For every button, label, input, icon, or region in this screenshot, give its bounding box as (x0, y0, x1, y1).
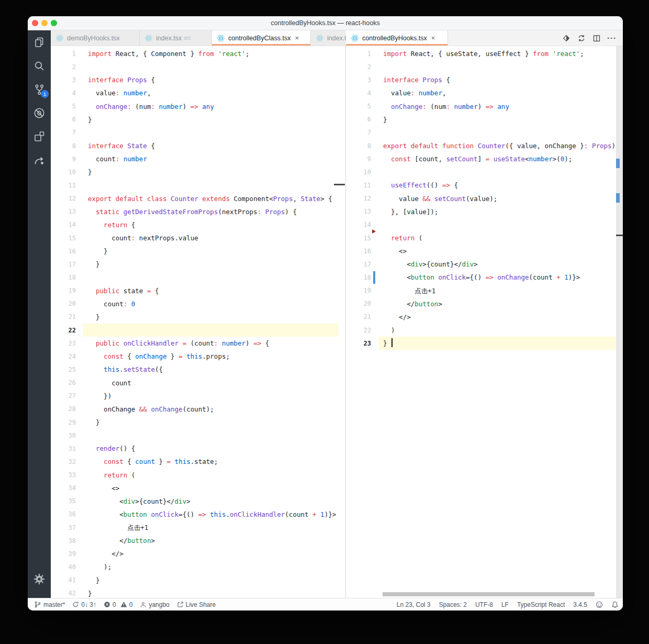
tab-controlledbyclass[interactable]: controlledByClass.tsx × (212, 30, 311, 46)
extensions-icon[interactable] (28, 125, 51, 148)
tab-demobyhooks[interactable]: demoByHooks.tsx (51, 30, 140, 46)
code-line[interactable]: 8export default function Counter({ value… (346, 139, 623, 152)
code-line[interactable]: 17 } (51, 258, 345, 271)
language-mode[interactable]: TypeScript React (517, 601, 565, 608)
code-line[interactable]: 34 <> (51, 482, 345, 495)
code-line[interactable]: 3interface Props { (346, 73, 623, 86)
code-line[interactable]: 22 ) (346, 324, 623, 337)
code-line[interactable]: 39 </> (51, 547, 345, 560)
code-line[interactable]: 42} (51, 587, 345, 598)
code-line[interactable]: 11 useEffect(() => { (346, 179, 623, 192)
tab-close-icon[interactable]: × (295, 34, 299, 42)
code-line[interactable]: 23} (346, 337, 623, 350)
code-line[interactable]: 40 ); (51, 560, 345, 573)
code-line[interactable]: 20 </button> (346, 297, 623, 310)
code-line[interactable]: 22 (51, 324, 345, 337)
code-line[interactable]: 19 点击+1 (346, 284, 623, 297)
encoding[interactable]: UTF-8 (475, 601, 493, 608)
more-actions-icon[interactable]: ··· (606, 32, 618, 44)
code-line[interactable]: 10} (51, 165, 345, 179)
code-line[interactable]: 4 value: number, (51, 86, 345, 99)
code-line[interactable]: 7 (51, 126, 345, 139)
live-share-status[interactable]: Live Share (177, 601, 216, 608)
share-icon[interactable] (28, 148, 51, 172)
code-line[interactable]: 16 <> (346, 245, 623, 258)
code-line[interactable]: 2 (346, 60, 623, 73)
code-line[interactable]: 28 onChange && onChange(count); (51, 403, 345, 416)
sync-icon[interactable] (576, 32, 587, 44)
code-line[interactable]: 9 count: number (51, 152, 345, 165)
code-line[interactable]: 41 } (51, 574, 345, 587)
code-line[interactable]: 1import React, { useState, useEffect } f… (346, 47, 623, 60)
close-window-button[interactable] (32, 20, 38, 26)
minimize-window-button[interactable] (41, 20, 48, 26)
code-line[interactable]: 18 (51, 271, 345, 284)
ts-version[interactable]: 3.4.5 (573, 601, 587, 608)
code-line[interactable]: 13 static getDerivedStateFromProps(nextP… (51, 205, 345, 218)
notifications-bell-icon[interactable] (611, 601, 619, 608)
code-line[interactable]: 35 <div>{count}</div> (51, 495, 345, 508)
code-line[interactable]: 4 value: number, (346, 86, 623, 99)
search-icon[interactable] (28, 54, 51, 77)
explorer-icon[interactable] (28, 30, 51, 54)
code-line[interactable]: 27 }) (51, 390, 345, 403)
code-line[interactable]: 12 value && setCount(value); (346, 192, 623, 205)
tab-controlledbyhooks[interactable]: controlledByHooks.tsx × (346, 30, 448, 46)
code-line[interactable]: 3interface Props { (51, 73, 345, 86)
code-line[interactable]: 32 const { count } = this.state; (51, 455, 345, 468)
code-line[interactable]: 30 (51, 429, 345, 442)
code-line[interactable]: 18 <button onClick={() => onChange(count… (346, 271, 623, 284)
code-line[interactable]: 38 </button> (51, 534, 345, 547)
code-line[interactable]: 13 }, [value]); (346, 205, 623, 218)
code-line[interactable]: 15 return ( (346, 231, 623, 245)
source-control-icon[interactable]: 1 (28, 77, 51, 101)
code-line[interactable]: 6} (51, 113, 345, 126)
git-branch-status[interactable]: master* (34, 601, 65, 608)
gear-icon[interactable] (28, 567, 51, 591)
code-line[interactable]: 15 count: nextProps.value (51, 231, 345, 245)
code-line[interactable]: 29 } (51, 416, 345, 429)
split-editor-icon[interactable] (591, 32, 602, 44)
editor-right[interactable]: 1import React, { useState, useEffect } f… (345, 46, 623, 598)
code-line[interactable]: 25 this.setState({ (51, 363, 345, 376)
overview-ruler[interactable] (616, 46, 623, 598)
code-line[interactable]: 23 public onClickHandler = (count: numbe… (51, 337, 345, 350)
code-line[interactable]: 14 return { (51, 218, 345, 231)
code-line[interactable]: 6} (346, 113, 623, 126)
eol[interactable]: LF (501, 601, 509, 608)
code-line[interactable]: 31 render() { (51, 442, 345, 455)
tab-index-src[interactable]: index.tsx src (140, 30, 212, 46)
account-status[interactable]: yangbo (140, 601, 169, 608)
code-line[interactable]: 7 (346, 126, 623, 139)
code-line[interactable]: 36 <button onClick={() => this.onClickHa… (51, 508, 345, 521)
horizontal-scrollbar[interactable] (383, 592, 595, 596)
feedback-smiley-icon[interactable] (596, 601, 603, 608)
cursor-position[interactable]: Ln 23, Col 3 (397, 601, 431, 608)
open-changes-icon[interactable] (561, 32, 572, 44)
code-line[interactable]: 17 <div>{count}</div> (346, 258, 623, 271)
code-line[interactable]: 11 (51, 179, 345, 192)
indentation[interactable]: Spaces: 2 (439, 601, 467, 608)
code-line[interactable]: 26 count (51, 376, 345, 390)
code-line[interactable]: 9 const [count, setCount] = useState<num… (346, 152, 623, 165)
code-line[interactable]: 37 点击+1 (51, 521, 345, 534)
code-line[interactable]: 10 (346, 165, 623, 179)
code-line[interactable]: 12export default class Counter extends C… (51, 192, 345, 205)
code-line[interactable]: 8interface State { (51, 139, 345, 152)
code-line[interactable]: 21 } (51, 310, 345, 324)
code-line[interactable]: 2 (51, 60, 345, 73)
code-line[interactable]: 33 return ( (51, 469, 345, 482)
sync-status[interactable]: 0↓ 3↑ (72, 601, 96, 608)
editor-left[interactable]: 1import React, { Component } from 'react… (51, 46, 345, 598)
tab-close-icon[interactable]: × (431, 34, 435, 42)
code-line[interactable]: 19 public state = { (51, 284, 345, 297)
code-line[interactable]: 14 (346, 218, 623, 231)
code-line[interactable]: 21 </> (346, 310, 623, 324)
code-line[interactable]: 5 onChange: (num: number) => any (51, 100, 345, 113)
code-line[interactable]: 16 } (51, 245, 345, 258)
problems-status[interactable]: 0 0 (104, 601, 132, 608)
debug-icon[interactable] (28, 101, 51, 125)
code-line[interactable]: 20 count: 0 (51, 297, 345, 310)
code-line[interactable]: 24 const { onChange } = this.props; (51, 350, 345, 363)
code-line[interactable]: 5 onChange: (num: number) => any (346, 100, 623, 113)
